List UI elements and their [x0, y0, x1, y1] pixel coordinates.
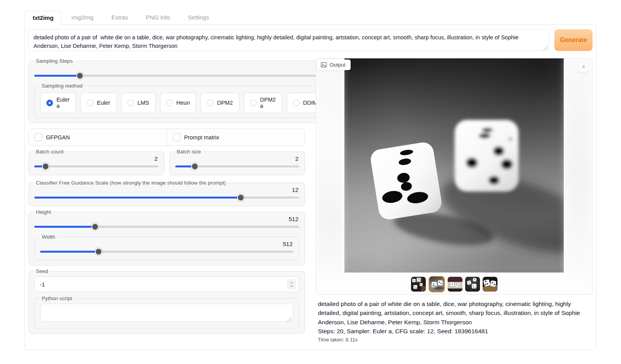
- slider-thumb[interactable]: [191, 163, 199, 170]
- batch-size-label: Batch size: [175, 149, 203, 155]
- gfpgan-label: GFPGAN: [46, 134, 70, 141]
- seed-input[interactable]: [34, 276, 299, 292]
- python-script-group: Python script: [34, 295, 299, 329]
- slider-fill: [34, 226, 95, 228]
- output-gallery-panel: Output ×: [316, 58, 593, 295]
- cfg-scale-group: Classifier Free Guidance Scale (how stro…: [28, 180, 305, 206]
- slider-thumb[interactable]: [42, 163, 49, 170]
- gallery-thumbnail-1[interactable]: [411, 277, 426, 292]
- python-script-input[interactable]: [40, 304, 293, 322]
- tab-txt2img[interactable]: txt2img: [25, 11, 62, 25]
- slider-thumb[interactable]: [76, 72, 84, 79]
- focused-die: [369, 141, 443, 221]
- cfg-scale-label: Classifier Free Guidance Scale (how stro…: [34, 180, 228, 186]
- gallery-thumbnail-3[interactable]: [448, 277, 462, 292]
- width-slider[interactable]: [40, 248, 293, 255]
- toggle-row: GFPGAN Prompt matrix: [28, 128, 305, 146]
- caption-params-text: Steps: 20, Sampler: Euler a, CFG scale: …: [318, 327, 592, 336]
- output-label-text: Output: [330, 62, 346, 68]
- prompt-wrap: detailed photo of a pair of white die on…: [28, 29, 549, 53]
- gallery-thumbnail-2-selected[interactable]: [429, 276, 445, 292]
- slider-fill: [34, 75, 80, 77]
- tab-bar: txt2img img2img Extras PNG Info Settings: [25, 11, 596, 25]
- tab-extras[interactable]: Extras: [103, 11, 136, 25]
- radio-icon[interactable]: [127, 100, 134, 106]
- caption-prompt-text: detailed photo of a pair of white die on…: [318, 299, 592, 327]
- radio-label: DPM2: [217, 100, 233, 106]
- height-group: Height 512 Width 512: [28, 209, 305, 266]
- batch-count-label: Batch count: [34, 149, 65, 155]
- batch-size-slider[interactable]: [175, 162, 300, 170]
- radio-icon[interactable]: [293, 100, 300, 106]
- radio-icon[interactable]: [207, 100, 213, 106]
- slider-fill: [34, 197, 241, 199]
- output-column: Output ×: [316, 58, 593, 343]
- seed-wrap: [34, 276, 299, 292]
- radio-selected-icon[interactable]: [46, 100, 53, 106]
- txt2img-app: txt2img img2img Extras PNG Info Settings…: [25, 11, 596, 350]
- width-group: Width 512: [34, 234, 299, 260]
- python-script-label: Python script: [40, 295, 74, 301]
- radio-euler-a[interactable]: Euler a: [40, 93, 76, 113]
- height-slider[interactable]: [34, 223, 299, 230]
- radio-heun[interactable]: Heun: [160, 93, 196, 113]
- settings-column: Sampling Steps 20 Sampling method Euler …: [28, 58, 305, 343]
- tab-settings[interactable]: Settings: [180, 11, 217, 25]
- radio-icon[interactable]: [250, 100, 257, 106]
- prompt-matrix-label: Prompt matrix: [184, 134, 219, 141]
- checkbox-icon[interactable]: [173, 134, 180, 141]
- seed-label: Seed: [34, 268, 50, 274]
- width-label: Width: [40, 234, 57, 240]
- prompt-row: detailed photo of a pair of white die on…: [28, 29, 593, 53]
- gallery-left-margin: [316, 58, 343, 273]
- prompt-matrix-checkbox[interactable]: Prompt matrix: [167, 129, 305, 146]
- slider-thumb[interactable]: [237, 194, 245, 201]
- gallery-thumbnail-5[interactable]: [483, 277, 498, 292]
- caption-time-taken: Time taken: 8.11s: [318, 337, 592, 343]
- image-icon: [321, 62, 327, 68]
- main-row: Sampling Steps 20 Sampling method Euler …: [28, 58, 593, 343]
- slider-fill: [40, 251, 99, 253]
- result-caption: detailed photo of a pair of white die on…: [316, 299, 593, 343]
- cfg-scale-slider[interactable]: [34, 193, 299, 201]
- seed-group: Seed Python script: [28, 268, 305, 334]
- radio-label: DPM2 a: [260, 97, 276, 109]
- batch-size-group: Batch size 2: [169, 149, 305, 175]
- chevron-up-icon[interactable]: [290, 281, 293, 284]
- number-spinner[interactable]: [287, 279, 296, 289]
- radio-label: Euler a: [56, 97, 70, 109]
- batch-size-value: 2: [175, 155, 300, 162]
- radio-icon[interactable]: [166, 100, 173, 106]
- batch-count-group: Batch count 2: [28, 149, 164, 175]
- tab-content: detailed photo of a pair of white die on…: [25, 25, 596, 350]
- tab-png-info[interactable]: PNG Info: [138, 11, 178, 25]
- slider-thumb[interactable]: [95, 248, 102, 255]
- radio-lms[interactable]: LMS: [121, 93, 155, 113]
- gallery-thumbnails: [316, 276, 592, 292]
- slider-thumb[interactable]: [92, 223, 99, 230]
- height-label: Height: [34, 209, 53, 215]
- radio-euler[interactable]: Euler: [81, 93, 116, 113]
- chevron-down-icon[interactable]: [290, 285, 293, 287]
- batch-row: Batch count 2 Batch size 2: [28, 149, 305, 175]
- generate-button[interactable]: Generate: [554, 29, 593, 51]
- radio-dpm2-a[interactable]: DPM2 a: [244, 93, 282, 113]
- checkbox-icon[interactable]: [35, 134, 42, 141]
- radio-icon[interactable]: [87, 100, 94, 106]
- gfpgan-checkbox[interactable]: GFPGAN: [29, 129, 167, 146]
- radio-label: Heun: [176, 100, 190, 106]
- radio-label: Euler: [97, 100, 110, 106]
- batch-count-slider[interactable]: [34, 162, 159, 170]
- height-value: 512: [34, 216, 299, 222]
- radio-dpm2[interactable]: DPM2: [201, 93, 239, 113]
- prompt-input[interactable]: detailed photo of a pair of white die on…: [28, 29, 549, 51]
- close-icon[interactable]: ×: [579, 62, 589, 72]
- output-panel-label: Output: [317, 60, 351, 70]
- gallery-thumbnail-4[interactable]: [465, 277, 480, 292]
- batch-count-value: 2: [34, 155, 159, 162]
- generated-image[interactable]: [344, 58, 564, 273]
- sampling-method-label: Sampling method: [40, 83, 85, 89]
- tab-img2img[interactable]: img2img: [63, 11, 102, 25]
- script-wrap: [40, 304, 293, 324]
- slider-track[interactable]: [34, 165, 159, 167]
